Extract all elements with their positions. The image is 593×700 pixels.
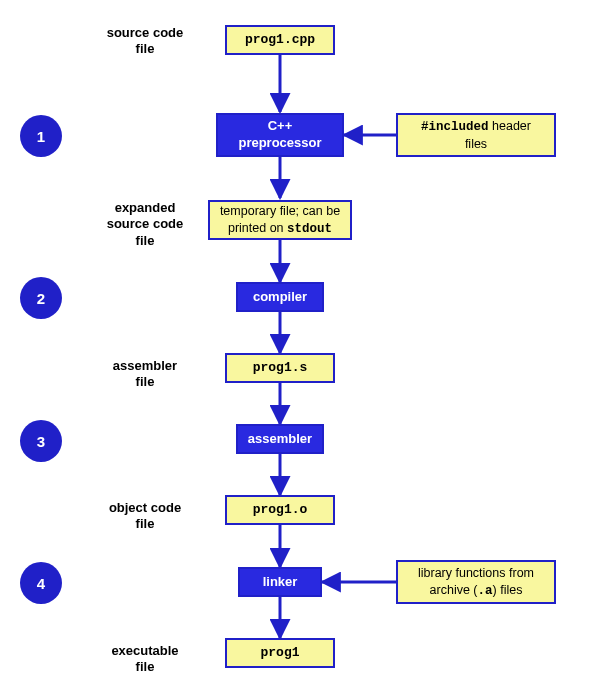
step-3-badge: 3 (20, 420, 62, 462)
input-headers: #included headerfiles (396, 113, 556, 157)
step-1-badge: 1 (20, 115, 62, 157)
label-executable-file: executablefile (95, 643, 195, 676)
label-assembler-file: assemblerfile (95, 358, 195, 391)
file-asm: prog1.s (225, 353, 335, 383)
stage-assembler: assembler (236, 424, 324, 454)
stage-compiler: compiler (236, 282, 324, 312)
label-source-file: source codefile (95, 25, 195, 58)
input-libs: library functions fromarchive (.a) files (396, 560, 556, 604)
file-exe: prog1 (225, 638, 335, 668)
file-temp: temporary file; can beprinted on stdout (208, 200, 352, 240)
step-4-badge: 4 (20, 562, 62, 604)
stage-preprocessor: C++preprocessor (216, 113, 344, 157)
label-object-file: object codefile (95, 500, 195, 533)
label-expanded-file: expandedsource codefile (95, 200, 195, 249)
step-2-badge: 2 (20, 277, 62, 319)
stage-linker: linker (238, 567, 322, 597)
file-obj: prog1.o (225, 495, 335, 525)
file-source: prog1.cpp (225, 25, 335, 55)
